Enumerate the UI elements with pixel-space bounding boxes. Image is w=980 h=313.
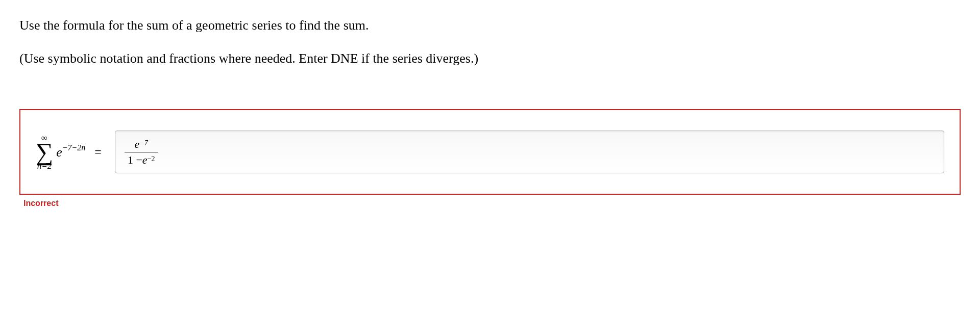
summand-exponent: −7−2n [62, 143, 86, 152]
instruction-line-2: (Use symbolic notation and fractions whe… [19, 48, 961, 68]
status-label: Incorrect [23, 199, 961, 208]
answer-container: ∞ ∑ n=2 e−7−2n = e−7 1 − e−2 [19, 109, 961, 195]
summand-base: e [56, 144, 62, 159]
sigma-notation: ∞ ∑ n=2 [36, 134, 53, 170]
equals-sign: = [94, 145, 102, 159]
denominator-exponent: −2 [148, 155, 155, 163]
sigma-symbol: ∑ [36, 141, 53, 163]
numerator-exponent: −7 [139, 139, 148, 147]
answer-input[interactable]: e−7 1 − e−2 [115, 131, 944, 173]
denominator-base: e [142, 153, 148, 167]
summand: e−7−2n [56, 144, 85, 160]
numerator-base: e [135, 138, 140, 151]
instruction-line-1: Use the formula for the sum of a geometr… [19, 15, 961, 35]
fraction-denominator: 1 − e−2 [125, 152, 158, 167]
fraction-numerator: e−7 [132, 138, 151, 152]
sigma-lower-bound: n=2 [37, 162, 52, 170]
equation-lhs: ∞ ∑ n=2 e−7−2n = [36, 134, 115, 170]
answer-fraction: e−7 1 − e−2 [125, 138, 158, 167]
denominator-prefix: 1 − [128, 153, 142, 167]
